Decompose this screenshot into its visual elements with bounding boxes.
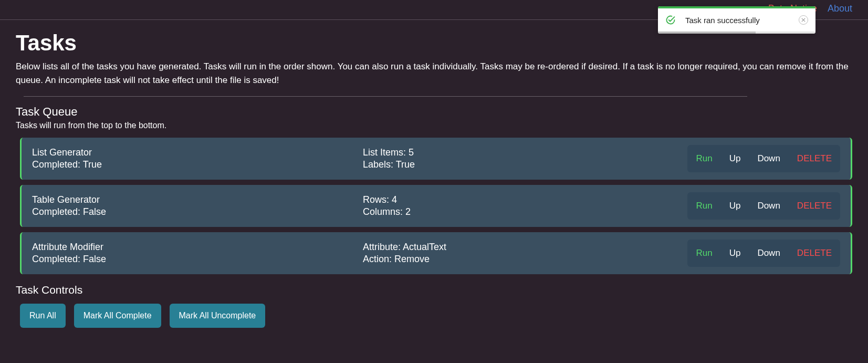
check-circle-icon [665,15,676,25]
task-detail-1: List Items: 5 [363,147,687,158]
toast-message: Task ran successfully [685,16,799,25]
move-up-button[interactable]: Up [721,145,749,172]
task-detail-2: Columns: 2 [363,206,687,217]
task-detail-2: Action: Remove [363,254,687,265]
move-up-button[interactable]: Up [721,192,749,220]
move-down-button[interactable]: Down [749,145,788,172]
task-detail-1: Rows: 4 [363,194,687,205]
mark-all-uncomplete-button[interactable]: Mark All Uncomplete [170,304,266,328]
mark-all-complete-button[interactable]: Mark All Complete [74,304,161,328]
task-action-group: Run Up Down DELETE [687,240,840,267]
toast-progress-fill [658,32,756,34]
task-action-group: Run Up Down DELETE [687,192,840,220]
page-title: Tasks [16,30,852,56]
task-action-group: Run Up Down DELETE [687,145,840,172]
task-card: List Generator Completed: True List Item… [20,138,852,180]
move-down-button[interactable]: Down [749,192,788,220]
delete-button[interactable]: DELETE [789,145,840,172]
toast-close-button[interactable] [799,15,808,25]
task-detail-1: Attribute: ActualText [363,242,687,253]
run-button[interactable]: Run [687,240,720,267]
divider [24,96,747,97]
run-button[interactable]: Run [687,192,720,220]
task-controls-heading: Task Controls [16,284,852,296]
task-card: Table Generator Completed: False Rows: 4… [20,185,852,227]
run-button[interactable]: Run [687,145,720,172]
queue-description: Tasks will run from the top to the botto… [16,121,852,130]
delete-button[interactable]: DELETE [789,192,840,220]
toast-notification: Task ran successfully [658,6,815,34]
task-detail-2: Labels: True [363,159,687,170]
task-completed: Completed: False [32,206,358,217]
run-all-button[interactable]: Run All [20,304,66,328]
move-up-button[interactable]: Up [721,240,749,267]
task-name: List Generator [32,147,358,158]
delete-button[interactable]: DELETE [789,240,840,267]
move-down-button[interactable]: Down [749,240,788,267]
task-completed: Completed: True [32,159,358,170]
task-completed: Completed: False [32,254,358,265]
task-card: Attribute Modifier Completed: False Attr… [20,232,852,274]
page-subtitle: Below lists all of the tasks you have ge… [16,60,852,87]
task-name: Attribute Modifier [32,242,358,253]
about-link[interactable]: About [828,3,852,14]
toast-progress [658,32,815,34]
queue-heading: Task Queue [16,105,852,119]
task-name: Table Generator [32,194,358,205]
